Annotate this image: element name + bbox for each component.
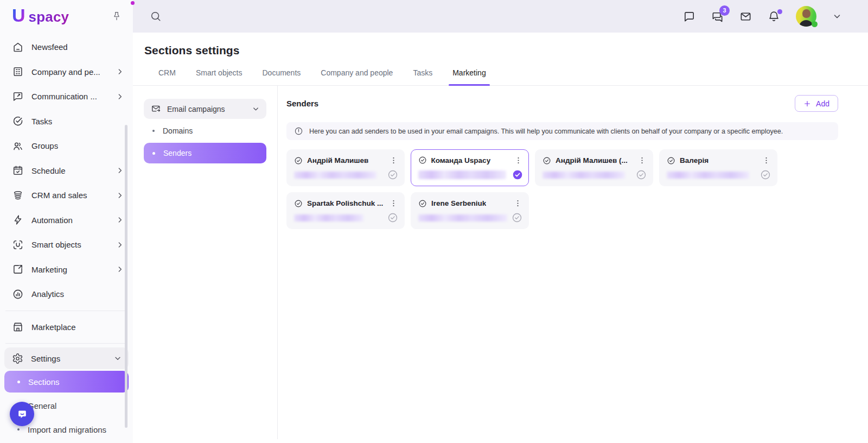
sender-card[interactable]: Андрій Малишев (... — [535, 149, 653, 186]
tab-documents[interactable]: Documents — [262, 68, 301, 85]
status-check-icon[interactable] — [387, 169, 398, 180]
plus-icon — [803, 100, 811, 107]
blurred-email — [294, 214, 363, 221]
status-check-icon[interactable] — [387, 212, 398, 223]
notification-dot — [777, 9, 782, 14]
info-text: Here you can add senders to be used in y… — [309, 128, 783, 135]
sender-check-icon — [294, 199, 303, 208]
tab-marketing[interactable]: Marketing — [452, 68, 486, 85]
sender-check-icon — [667, 156, 675, 165]
bullet-dot — [17, 428, 20, 431]
senders-content: Senders Add Here you can add senders to … — [278, 86, 868, 439]
sidebar-item-tasks[interactable]: Tasks — [0, 109, 133, 134]
building-icon — [12, 66, 24, 78]
sender-name: Андрій Малишев (... — [556, 156, 628, 164]
chevron-down-icon[interactable] — [832, 11, 842, 21]
sidebar-item-newsfeed[interactable]: Newsfeed — [0, 35, 133, 60]
sidebar-item-groups[interactable]: Groups — [0, 134, 133, 159]
blurred-email — [667, 172, 749, 179]
tab-label: Tasks — [413, 68, 432, 77]
logo-letter: U — [12, 6, 25, 24]
chevron-down-icon — [252, 105, 260, 113]
chevron-right-icon — [116, 265, 124, 274]
section-heading: Senders — [286, 99, 318, 108]
subnav-item-senders[interactable]: Senders — [144, 143, 266, 163]
user-avatar[interactable] — [796, 6, 816, 27]
blurred-email — [418, 214, 507, 221]
sender-name: Валерія — [680, 156, 709, 164]
layers-icon — [12, 189, 24, 201]
sender-card[interactable]: Валерія — [659, 149, 777, 186]
task-icon — [12, 115, 24, 127]
tab-label: Marketing — [452, 68, 486, 77]
sidebar-item-schedule[interactable]: Schedule — [0, 159, 133, 183]
subnav-item-domains[interactable]: Domains — [144, 121, 266, 141]
sidebar-item-label: Communication ... — [31, 92, 97, 101]
messages-badge: 3 — [719, 5, 730, 16]
chat-icon[interactable] — [683, 10, 695, 23]
sidebar-item-label: Groups — [31, 141, 58, 150]
chevron-right-icon — [116, 216, 124, 224]
status-check-icon[interactable] — [760, 169, 771, 180]
uspacy-logo[interactable]: U spacy — [12, 6, 69, 26]
chevron-right-icon — [116, 166, 124, 175]
kebab-menu-icon[interactable] — [637, 156, 647, 165]
sender-card[interactable]: Команда Uspacy — [411, 149, 529, 186]
kebab-menu-icon[interactable] — [513, 199, 522, 208]
chevron-right-icon — [116, 191, 124, 200]
chevron-down-icon — [113, 354, 122, 363]
info-banner: Here you can add senders to be used in y… — [286, 122, 838, 140]
sidebar-item-label: Marketplace — [31, 322, 76, 332]
sidebar-item-smart-objects[interactable]: Smart objects — [0, 232, 133, 257]
topbar: 3 — [133, 0, 868, 33]
chevron-right-icon — [116, 241, 124, 249]
sidebar-item-label: Newsfeed — [31, 42, 68, 52]
add-button[interactable]: Add — [795, 95, 838, 112]
sidebar-scrollbar[interactable] — [125, 125, 127, 428]
subnav: Email campaigns DomainsSenders — [133, 86, 278, 439]
sender-card[interactable]: Андрій Малишев — [286, 149, 405, 186]
sidebar-item-crm-and-sales[interactable]: CRM and sales — [0, 183, 133, 208]
kebab-menu-icon[interactable] — [389, 199, 398, 208]
sender-name: Команда Uspacy — [431, 156, 491, 164]
status-check-icon[interactable] — [512, 212, 522, 223]
selected-check-icon[interactable] — [512, 169, 523, 180]
kebab-menu-icon[interactable] — [389, 156, 398, 165]
email-campaigns-group[interactable]: Email campaigns — [144, 99, 266, 119]
tab-smart-objects[interactable]: Smart objects — [196, 68, 242, 85]
calendar-icon — [12, 164, 24, 176]
bell-icon[interactable] — [768, 10, 780, 23]
sidebar-item-company-and-pe[interactable]: Company and pe... — [0, 60, 133, 85]
sidebar-item-communication[interactable]: Communication ... — [0, 84, 133, 109]
divider — [5, 311, 127, 311]
sidebar-item-label: Settings — [31, 354, 60, 363]
sidebar-item-label: Smart objects — [31, 240, 81, 249]
status-check-icon[interactable] — [636, 169, 647, 180]
tab-company-and-people[interactable]: Company and people — [321, 68, 393, 85]
sidebar-item-label: Marketing — [31, 265, 67, 274]
logo-dot — [131, 1, 135, 5]
sender-card[interactable]: Spartak Polishchuk ... — [286, 192, 405, 229]
subnav-item-label: Senders — [163, 149, 192, 157]
sender-name: Андрій Малишев — [307, 156, 368, 164]
tab-tasks[interactable]: Tasks — [413, 68, 432, 85]
analytics-icon — [12, 288, 24, 300]
sidebar-item-marketplace[interactable]: Marketplace — [0, 315, 133, 340]
kebab-menu-icon[interactable] — [514, 156, 523, 165]
sidebar-item-automation[interactable]: Automation — [0, 208, 133, 233]
sidebar-item-analytics[interactable]: Analytics — [0, 282, 133, 307]
pin-icon[interactable] — [111, 10, 122, 21]
sidebar-item-sections[interactable]: Sections — [4, 371, 129, 393]
messages-icon[interactable]: 3 — [711, 10, 724, 23]
online-status-dot — [812, 21, 818, 27]
mail-icon[interactable] — [739, 10, 752, 23]
sender-card[interactable]: Irene Serbeniuk — [411, 192, 529, 229]
search-icon[interactable] — [150, 10, 162, 22]
tab-crm[interactable]: CRM — [158, 68, 176, 85]
sidebar-item-label: Analytics — [31, 289, 64, 299]
kebab-menu-icon[interactable] — [762, 156, 771, 165]
sidebar-item-settings[interactable]: Settings — [4, 347, 129, 369]
sidebar-item-marketing[interactable]: Marketing — [0, 257, 133, 282]
sidebar-item-label: Sections — [28, 377, 60, 387]
support-chat-launcher[interactable] — [10, 402, 34, 426]
